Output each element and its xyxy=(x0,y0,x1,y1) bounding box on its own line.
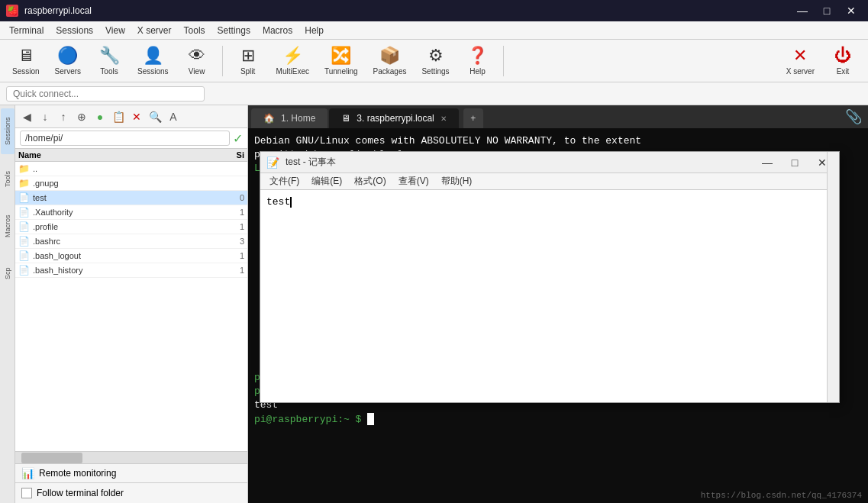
file-list[interactable]: Name Si 📁 .. 📁 .gnupg 📄 test 0 📄 .Xautho… xyxy=(15,149,247,451)
horizontal-scrollbar[interactable] xyxy=(15,452,247,464)
list-item[interactable]: 📄 .Xauthority 1 xyxy=(15,205,247,220)
sidebar-item-sessions[interactable]: Sessions xyxy=(1,108,15,154)
follow-folder-checkbox[interactable] xyxy=(21,488,32,498)
np-menu-file[interactable]: 文件(F) xyxy=(263,173,305,189)
notepad-editor[interactable]: test xyxy=(260,190,839,402)
packages-button[interactable]: 📦 Packages xyxy=(367,43,413,79)
file-icon: 📄 xyxy=(18,207,30,218)
tab-home[interactable]: 🏠 1. Home xyxy=(251,108,328,128)
remote-monitoring-button[interactable]: 📊 Remote monitoring xyxy=(15,464,247,483)
path-check-icon: ✓ xyxy=(233,131,243,146)
split-button[interactable]: ⊞ Split xyxy=(229,43,267,79)
menu-view[interactable]: View xyxy=(99,24,131,37)
split-label: Split xyxy=(240,67,255,76)
list-item[interactable]: 📁 .. xyxy=(15,162,247,176)
file-icon: 📄 xyxy=(18,192,30,203)
app-icon: 🍓 xyxy=(6,5,18,17)
col-name-header: Name xyxy=(18,150,221,160)
list-item[interactable]: 📄 .bash_history 1 xyxy=(15,263,247,278)
view-label: View xyxy=(189,67,205,76)
notepad-text: test xyxy=(266,196,290,208)
tab-raspberrypi[interactable]: 🖥 3. raspberrypi.local ✕ xyxy=(329,108,458,128)
file-panel-bottom: 📊 Remote monitoring Follow terminal fold… xyxy=(15,451,247,503)
menu-terminal[interactable]: Terminal xyxy=(3,24,50,37)
close-button[interactable]: ✕ xyxy=(841,3,862,18)
help-button[interactable]: ❓ Help xyxy=(459,43,497,79)
np-menu-help[interactable]: 帮助(H) xyxy=(435,173,479,189)
menu-tools[interactable]: Tools xyxy=(178,24,211,37)
notepad-maximize-button[interactable]: □ xyxy=(784,154,805,171)
attach-icon[interactable]: 📎 xyxy=(845,108,862,125)
list-item[interactable]: 📄 .bash_logout 1 xyxy=(15,249,247,263)
notepad-window: 📝 test - 记事本 — □ ✕ 文件(F) 编辑(E) 格式(O) 查看(… xyxy=(260,151,840,403)
menu-settings[interactable]: Settings xyxy=(211,24,257,37)
servers-label: Servers xyxy=(55,67,81,76)
multiexec-label: MultiExec xyxy=(276,67,309,76)
fp-newdir-button[interactable]: ⊕ xyxy=(73,108,90,125)
split-icon: ⊞ xyxy=(241,46,255,66)
list-item[interactable]: 📁 .gnupg xyxy=(15,176,247,191)
follow-folder-option[interactable]: Follow terminal folder xyxy=(15,483,247,503)
fp-monitor-button[interactable]: ● xyxy=(92,108,108,125)
notepad-minimize-button[interactable]: — xyxy=(757,154,778,171)
sidebar-item-tools[interactable]: Tools xyxy=(1,156,15,202)
xserver-button[interactable]: ✕ X server xyxy=(780,43,821,79)
file-size: 0 xyxy=(221,193,244,202)
file-name: .Xauthority xyxy=(33,208,221,217)
sidebar-item-macros[interactable]: Macros xyxy=(1,203,15,249)
exit-button[interactable]: ⏻ Exit xyxy=(824,43,862,79)
sessions-icon: 👤 xyxy=(143,46,163,66)
fp-delete-button[interactable]: ✕ xyxy=(128,108,145,125)
sessions-button[interactable]: 👤 Sessions xyxy=(131,43,175,79)
file-size: 1 xyxy=(221,208,244,217)
multiexec-button[interactable]: ⚡ MultiExec xyxy=(270,43,315,79)
fp-text-button[interactable]: A xyxy=(165,108,182,125)
xserver-label: X server xyxy=(786,67,815,76)
maximize-button[interactable]: □ xyxy=(816,3,837,18)
tunneling-label: Tunneling xyxy=(324,67,358,76)
minimize-button[interactable]: — xyxy=(792,3,813,18)
path-input[interactable] xyxy=(20,131,230,146)
np-menu-edit[interactable]: 编辑(E) xyxy=(305,173,348,189)
np-menu-view[interactable]: 查看(V) xyxy=(392,173,435,189)
menu-help[interactable]: Help xyxy=(298,24,330,37)
menu-bar: Terminal Sessions View X server Tools Se… xyxy=(0,21,868,40)
menu-macros[interactable]: Macros xyxy=(257,24,298,37)
packages-icon: 📦 xyxy=(379,46,400,66)
fp-search-button[interactable]: 🔍 xyxy=(147,108,163,125)
home-tab-icon: 🏠 xyxy=(263,113,275,124)
text-cursor xyxy=(290,197,292,208)
fp-copy-button[interactable]: 📋 xyxy=(110,108,127,125)
view-icon: 👁 xyxy=(189,46,205,66)
np-menu-format[interactable]: 格式(O) xyxy=(348,173,392,189)
list-item[interactable]: 📄 .bashrc 3 xyxy=(15,234,247,249)
tab-add-button[interactable]: + xyxy=(463,108,483,128)
tab-close-button[interactable]: ✕ xyxy=(440,114,447,123)
fp-download-button[interactable]: ↓ xyxy=(37,108,53,125)
servers-button[interactable]: 🔵 Servers xyxy=(49,43,87,79)
tunneling-button[interactable]: 🔀 Tunneling xyxy=(318,43,364,79)
file-panel: ◀ ↓ ↑ ⊕ ● 📋 ✕ 🔍 A ✓ Name Si 📁 .. xyxy=(15,105,248,503)
notepad-scrollbar[interactable] xyxy=(827,190,839,402)
list-item[interactable]: 📄 test 0 xyxy=(15,191,247,205)
menu-sessions[interactable]: Sessions xyxy=(50,24,99,37)
sidebar-item-scp[interactable]: Scp xyxy=(1,250,15,296)
tools-button[interactable]: 🔧 Tools xyxy=(90,43,128,79)
main-area: Sessions Tools Macros Scp ◀ ↓ ↑ ⊕ ● 📋 ✕ … xyxy=(0,105,868,503)
fp-expand-button[interactable]: ◀ xyxy=(18,108,35,125)
terminal-line: pi@raspberrypi:~ $ xyxy=(254,413,862,427)
tab-home-label: 1. Home xyxy=(281,113,315,124)
menu-xserver[interactable]: X server xyxy=(131,24,178,37)
session-button[interactable]: 🖥 Session xyxy=(6,43,46,79)
terminal-line: Debian GNU/Linux comes with ABSOLUTELY N… xyxy=(254,134,862,148)
col-size-header: Si xyxy=(221,150,244,160)
fp-upload-button[interactable]: ↑ xyxy=(55,108,72,125)
quick-connect-input[interactable] xyxy=(6,86,205,102)
file-name: .. xyxy=(33,164,221,173)
list-item[interactable]: 📄 .profile 1 xyxy=(15,220,247,234)
view-button[interactable]: 👁 View xyxy=(178,43,216,79)
settings-button[interactable]: ⚙ Settings xyxy=(415,43,455,79)
file-panel-toolbar: ◀ ↓ ↑ ⊕ ● 📋 ✕ 🔍 A xyxy=(15,105,247,128)
quick-connect-bar xyxy=(0,82,868,105)
separator-2 xyxy=(503,46,504,76)
